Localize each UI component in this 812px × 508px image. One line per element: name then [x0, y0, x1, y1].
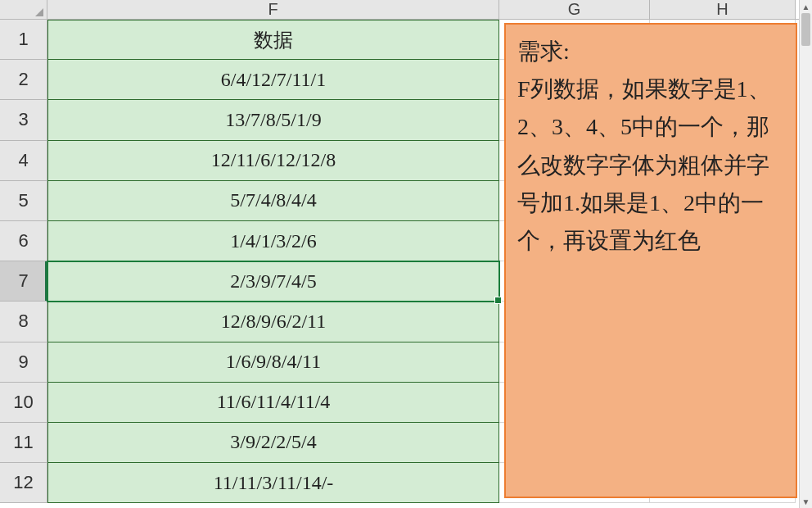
requirement-note-box[interactable]: 需求: F列数据，如果数字是1、2、3、4、5中的一个，那么改数字字体为粗体并字… — [504, 23, 797, 498]
column-header-row: F G H — [0, 0, 812, 20]
cell-F2[interactable]: 6/4/12/7/11/1 — [47, 60, 499, 100]
spreadsheet: F G H 1 数据 2 6/4/12/7/11/1 3 13/7/8/5/1/… — [0, 0, 812, 503]
requirement-note-text: 需求: F列数据，如果数字是1、2、3、4、5中的一个，那么改数字字体为粗体并字… — [517, 39, 771, 253]
row-header[interactable]: 8 — [0, 302, 47, 342]
cell-F10[interactable]: 11/6/11/4/11/4 — [47, 383, 499, 423]
cell-F7-active[interactable]: 2/3/9/7/4/5 — [47, 261, 499, 302]
vertical-scrollbar[interactable]: ▲ ▼ — [799, 0, 812, 508]
row-header[interactable]: 5 — [0, 181, 47, 221]
row-header[interactable]: 10 — [0, 383, 47, 423]
select-all-corner[interactable] — [0, 0, 47, 19]
scroll-thumb[interactable] — [801, 13, 810, 46]
cell-F4[interactable]: 12/11/6/12/12/8 — [47, 141, 499, 181]
cell-F3[interactable]: 13/7/8/5/1/9 — [47, 100, 499, 140]
cell-F6[interactable]: 1/4/1/3/2/6 — [47, 221, 499, 261]
row-header[interactable]: 2 — [0, 60, 47, 100]
column-header-H[interactable]: H — [650, 0, 796, 19]
row-header[interactable]: 9 — [0, 342, 47, 383]
row-header[interactable]: 7 — [0, 261, 47, 302]
row-header[interactable]: 6 — [0, 221, 47, 261]
cell-F8[interactable]: 12/8/9/6/2/11 — [47, 302, 499, 342]
row-header[interactable]: 1 — [0, 20, 47, 60]
cell-F1[interactable]: 数据 — [47, 20, 499, 60]
row-header[interactable]: 11 — [0, 423, 47, 463]
scroll-down-icon[interactable]: ▼ — [800, 495, 812, 508]
cell-F9[interactable]: 1/6/9/8/4/11 — [47, 342, 499, 383]
cell-F12[interactable]: 11/11/3/11/14/- — [47, 463, 499, 503]
scroll-up-icon[interactable]: ▲ — [800, 0, 812, 13]
row-header[interactable]: 12 — [0, 463, 47, 503]
row-header[interactable]: 3 — [0, 100, 47, 140]
row-header[interactable]: 4 — [0, 141, 47, 181]
cell-F11[interactable]: 3/9/2/2/5/4 — [47, 423, 499, 463]
column-header-F[interactable]: F — [47, 0, 499, 19]
column-header-G[interactable]: G — [499, 0, 650, 19]
scroll-track[interactable] — [800, 13, 812, 495]
cell-F5[interactable]: 5/7/4/8/4/4 — [47, 181, 499, 221]
